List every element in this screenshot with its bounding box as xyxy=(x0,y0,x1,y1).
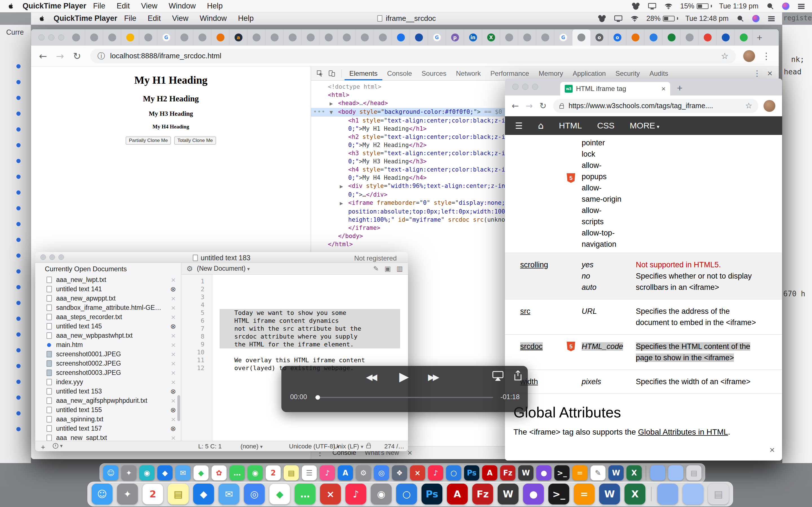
close-document-button[interactable]: × xyxy=(171,397,176,404)
open-document-item[interactable]: aaa_new_apwppt.txt× xyxy=(35,294,181,303)
page-info-icon[interactable]: ⓘ xyxy=(98,51,105,61)
close-document-button[interactable]: × xyxy=(171,332,176,339)
open-document-item[interactable]: untitled text 145⊗ xyxy=(35,322,181,331)
minimize-window-button[interactable] xyxy=(49,255,55,260)
history-icon[interactable]: ▾ xyxy=(53,443,63,449)
lock-icon[interactable] xyxy=(366,443,371,448)
dock-safari[interactable]: ◆ xyxy=(193,484,214,504)
open-document-item[interactable]: sandbox_iframe_attribute.html-GE…× xyxy=(35,303,181,313)
add-document-button[interactable]: + xyxy=(41,443,45,452)
dock-textedit[interactable]: ✎ xyxy=(591,465,606,481)
menu-help[interactable]: Help xyxy=(238,14,254,23)
dock-stop[interactable]: × xyxy=(410,465,425,481)
close-window-button[interactable] xyxy=(40,255,46,260)
attr-link-src[interactable]: src xyxy=(520,307,530,316)
notification-center-icon[interactable] xyxy=(797,2,806,10)
close-document-button[interactable]: ⊗ xyxy=(170,425,176,433)
close-document-button[interactable]: × xyxy=(171,434,176,441)
dock-photoshop[interactable]: Ps xyxy=(421,484,442,504)
home-icon[interactable]: ⌂ xyxy=(538,120,544,131)
dock-acrobat[interactable]: A xyxy=(447,484,468,504)
display-menu-icon[interactable] xyxy=(614,14,623,23)
open-document-item[interactable]: aaa_new_sapt.txt× xyxy=(35,433,181,441)
dock-camera[interactable]: ◉ xyxy=(371,484,392,504)
zoom-window-button[interactable] xyxy=(58,255,64,260)
dock-trash[interactable]: ▤ xyxy=(708,484,729,504)
attr-link-srcdoc[interactable]: srcdoc xyxy=(520,342,543,351)
dock-itunes[interactable]: ♪ xyxy=(320,465,335,481)
browser-tab[interactable]: w3 HTML iframe tag × xyxy=(560,82,670,96)
dock-trash[interactable]: ▤ xyxy=(686,465,702,481)
dock-calculator[interactable]: = xyxy=(574,484,595,504)
browser-tab[interactable] xyxy=(121,29,139,46)
notification-center-icon[interactable] xyxy=(767,14,776,23)
browser-tab[interactable] xyxy=(410,29,428,46)
timeline-knob[interactable] xyxy=(315,395,320,400)
dock-notes[interactable]: ▤ xyxy=(284,465,299,481)
dock-blue-globe[interactable]: ○ xyxy=(396,484,417,504)
menu-html[interactable]: HTML xyxy=(559,121,582,130)
browser-menu-button[interactable]: ⋮ xyxy=(762,51,771,61)
airplay-icon[interactable] xyxy=(492,371,504,382)
open-document-item[interactable]: aaa_new_agifsphpwphpdurit.txt× xyxy=(35,396,181,405)
browser-tab[interactable] xyxy=(67,29,85,46)
wifi-menu-icon[interactable] xyxy=(630,14,639,23)
open-document-item[interactable]: screenshot0001.JPEG× xyxy=(35,349,181,359)
dock-documents[interactable] xyxy=(668,465,683,481)
dock-word[interactable]: W xyxy=(599,484,620,504)
dock-downloads[interactable] xyxy=(650,465,665,481)
browser-tab[interactable]: G xyxy=(554,29,572,46)
dock-documents[interactable] xyxy=(682,484,703,504)
menubar-clock[interactable]: Tue 1:19 pm xyxy=(719,2,758,10)
dock-world[interactable]: W xyxy=(518,465,534,481)
language-dropdown[interactable]: (none)▾ xyxy=(241,443,263,450)
browser-tab[interactable] xyxy=(680,29,699,46)
browser-tab[interactable] xyxy=(626,29,645,46)
editor-area[interactable]: 12345Today we want to show you some6HTML… xyxy=(181,275,408,441)
open-document-item[interactable]: screenshot0003.JPEG× xyxy=(35,368,181,378)
totally-clone-button[interactable]: Totally Clone Me xyxy=(174,136,216,145)
menu-view[interactable]: View xyxy=(141,2,157,10)
dock-dashboard[interactable]: ❖ xyxy=(392,465,407,481)
rewind-button[interactable]: ◀◀ xyxy=(366,372,375,382)
menu-css[interactable]: CSS xyxy=(597,121,615,130)
open-document-item[interactable]: aaa_spinning.txt× xyxy=(35,414,181,424)
fast-forward-button[interactable]: ▶▶ xyxy=(428,372,438,382)
browser-tab[interactable] xyxy=(518,29,536,46)
dock-downloads[interactable] xyxy=(657,484,678,504)
browser-tab[interactable]: p xyxy=(446,29,464,46)
back-button[interactable]: ← xyxy=(39,50,47,62)
encoding-dropdown[interactable]: Unicode (UTF-8)▾ xyxy=(289,443,340,450)
dock-mail[interactable]: ✉ xyxy=(218,484,239,504)
dock-music[interactable]: ♪ xyxy=(345,484,366,504)
browser-tab[interactable] xyxy=(699,29,717,46)
browser-tab[interactable] xyxy=(536,29,554,46)
dock-photoshop[interactable]: Ps xyxy=(464,465,479,481)
active-app-name[interactable]: QuickTime Player xyxy=(54,14,117,23)
dock-safari[interactable]: ◆ xyxy=(157,465,172,481)
devtools-tab-elements[interactable]: Elements xyxy=(345,66,382,80)
menu-edit[interactable]: Edit xyxy=(117,2,130,10)
dock-terminal[interactable]: >_ xyxy=(548,484,569,504)
line-ending-dropdown[interactable]: Unix (LF)▾ xyxy=(334,443,363,450)
new-tab-button[interactable]: + xyxy=(677,82,682,94)
browser-tab[interactable] xyxy=(85,29,103,46)
browser-tab[interactable]: X xyxy=(482,29,500,46)
close-document-button[interactable]: × xyxy=(171,379,176,386)
dock-siri[interactable]: ◉ xyxy=(139,465,154,481)
close-document-button[interactable]: × xyxy=(171,304,176,311)
dock-mic[interactable]: ● xyxy=(536,465,552,481)
profile-avatar[interactable] xyxy=(763,100,775,112)
devtools-tab-application[interactable]: Application xyxy=(568,66,610,80)
dock-filezilla[interactable]: Fz xyxy=(472,484,493,504)
browser-tab[interactable] xyxy=(500,29,518,46)
browser-tab[interactable] xyxy=(302,29,320,46)
inspect-element-icon[interactable] xyxy=(315,68,325,78)
menu-help[interactable]: Help xyxy=(207,2,223,10)
browser-tab[interactable] xyxy=(356,29,374,46)
close-document-button[interactable]: × xyxy=(171,369,176,376)
minimize-window-button[interactable] xyxy=(48,34,54,41)
open-document-item[interactable]: aaa_new_wpbpastwhpt.txt× xyxy=(35,331,181,340)
close-document-button[interactable]: ⊗ xyxy=(170,388,176,395)
dock-photos[interactable]: ✿ xyxy=(211,465,227,481)
